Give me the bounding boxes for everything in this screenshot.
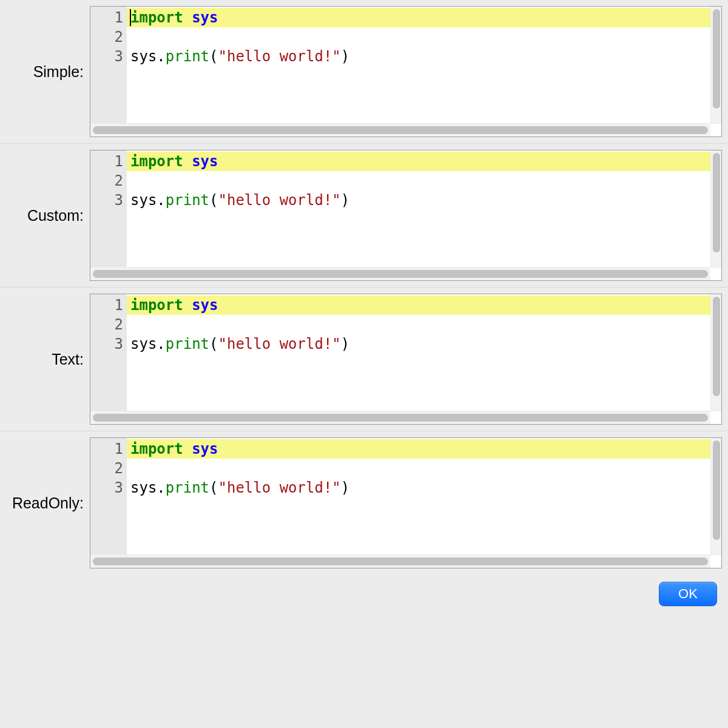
code-token: ( xyxy=(209,48,218,65)
scrollbar-corner xyxy=(710,268,721,280)
code-area[interactable]: import syssys.print("hello world!") xyxy=(127,7,710,123)
code-editor-custom[interactable]: 123import syssys.print("hello world!") xyxy=(90,150,722,281)
line-number: 1 xyxy=(90,439,123,459)
line-number: 3 xyxy=(90,47,123,66)
line-number: 2 xyxy=(90,315,123,334)
code-token: print xyxy=(166,192,209,209)
row-custom: Custom:123import syssys.print("hello wor… xyxy=(0,144,728,288)
horizontal-scrollbar-thumb[interactable] xyxy=(93,558,708,565)
code-token: "hello world!" xyxy=(218,335,341,352)
code-token: sys xyxy=(130,48,157,65)
code-line: sys.print("hello world!") xyxy=(127,47,710,66)
code-token: . xyxy=(157,335,165,352)
vertical-scrollbar[interactable] xyxy=(710,294,721,411)
code-line xyxy=(127,459,710,478)
button-bar: OK xyxy=(0,575,728,617)
line-number: 2 xyxy=(90,459,123,478)
ok-button[interactable]: OK xyxy=(659,582,717,606)
horizontal-scrollbar[interactable] xyxy=(90,411,710,424)
row-text: Text:123import syssys.print("hello world… xyxy=(0,288,728,431)
code-token: sys xyxy=(130,335,157,352)
code-token: sys xyxy=(192,9,218,26)
scrollbar-corner xyxy=(710,555,721,568)
code-token: . xyxy=(157,192,165,209)
scrollbar-corner xyxy=(710,411,721,424)
code-token: . xyxy=(157,48,165,65)
code-area[interactable]: import syssys.print("hello world!") xyxy=(127,150,710,267)
horizontal-scrollbar[interactable] xyxy=(90,555,710,568)
line-number: 2 xyxy=(90,171,123,190)
editor-rows: Simple:123import syssys.print("hello wor… xyxy=(0,0,728,575)
code-token: print xyxy=(166,335,209,352)
code-line: import sys xyxy=(127,295,710,315)
vertical-scrollbar[interactable] xyxy=(710,438,721,554)
code-line: sys.print("hello world!") xyxy=(127,334,710,354)
code-line: sys.print("hello world!") xyxy=(127,190,710,210)
code-token xyxy=(183,153,192,170)
code-token xyxy=(183,9,192,26)
code-editor-readonly: 123import syssys.print("hello world!") xyxy=(90,437,722,568)
code-token: import xyxy=(130,297,183,314)
code-token: ) xyxy=(341,335,349,352)
line-number: 1 xyxy=(90,8,123,27)
vertical-scrollbar[interactable] xyxy=(710,7,721,123)
horizontal-scrollbar-thumb[interactable] xyxy=(93,270,708,278)
code-line: import sys xyxy=(127,439,710,459)
line-number-gutter: 123 xyxy=(90,150,127,267)
line-number: 3 xyxy=(90,334,123,354)
vertical-scrollbar-thumb[interactable] xyxy=(713,9,720,109)
line-number-gutter: 123 xyxy=(90,438,127,554)
text-caret xyxy=(130,9,131,26)
code-token: sys xyxy=(192,297,218,314)
code-line: import sys xyxy=(127,152,710,171)
scrollbar-corner xyxy=(710,124,721,136)
code-line xyxy=(127,171,710,190)
label-custom: Custom: xyxy=(0,207,90,224)
code-token: ) xyxy=(341,192,349,209)
line-number: 3 xyxy=(90,478,123,497)
code-editor-simple[interactable]: 123import syssys.print("hello world!") xyxy=(90,6,722,137)
row-simple: Simple:123import syssys.print("hello wor… xyxy=(0,0,728,144)
code-editor-text[interactable]: 123import syssys.print("hello world!") xyxy=(90,294,722,425)
code-line: sys.print("hello world!") xyxy=(127,478,710,497)
code-token: print xyxy=(166,479,209,496)
horizontal-scrollbar-thumb[interactable] xyxy=(93,126,708,134)
code-token xyxy=(183,440,192,457)
code-token: "hello world!" xyxy=(218,48,341,65)
horizontal-scrollbar-thumb[interactable] xyxy=(93,414,708,422)
code-area[interactable]: import syssys.print("hello world!") xyxy=(127,294,710,411)
vertical-scrollbar-thumb[interactable] xyxy=(713,440,720,540)
code-token: sys xyxy=(192,440,218,457)
code-token: sys xyxy=(192,153,218,170)
code-line: import sys xyxy=(127,8,710,27)
line-number: 3 xyxy=(90,190,123,210)
code-token: ) xyxy=(341,48,349,65)
label-text: Text: xyxy=(0,351,90,368)
line-number: 2 xyxy=(90,27,123,47)
label-readonly: ReadOnly: xyxy=(0,494,90,512)
row-readonly: ReadOnly:123import syssys.print("hello w… xyxy=(0,431,728,575)
label-simple: Simple: xyxy=(0,63,90,81)
code-token: sys xyxy=(130,479,157,496)
line-number-gutter: 123 xyxy=(90,7,127,123)
code-token: ) xyxy=(341,479,349,496)
horizontal-scrollbar[interactable] xyxy=(90,124,710,136)
vertical-scrollbar[interactable] xyxy=(710,150,721,267)
code-line xyxy=(127,315,710,334)
vertical-scrollbar-thumb[interactable] xyxy=(713,153,720,252)
line-number: 1 xyxy=(90,295,123,315)
code-token: import xyxy=(130,9,183,26)
vertical-scrollbar-thumb[interactable] xyxy=(713,297,720,396)
horizontal-scrollbar[interactable] xyxy=(90,268,710,280)
code-token xyxy=(183,297,192,314)
code-token: ( xyxy=(209,479,218,496)
line-number-gutter: 123 xyxy=(90,294,127,411)
code-token: import xyxy=(130,153,183,170)
code-token: import xyxy=(130,440,183,457)
code-token: . xyxy=(157,479,165,496)
line-number: 1 xyxy=(90,152,123,171)
code-token: sys xyxy=(130,192,157,209)
code-line xyxy=(127,27,710,47)
dialog-content: Simple:123import syssys.print("hello wor… xyxy=(0,0,728,728)
code-area: import syssys.print("hello world!") xyxy=(127,438,710,554)
